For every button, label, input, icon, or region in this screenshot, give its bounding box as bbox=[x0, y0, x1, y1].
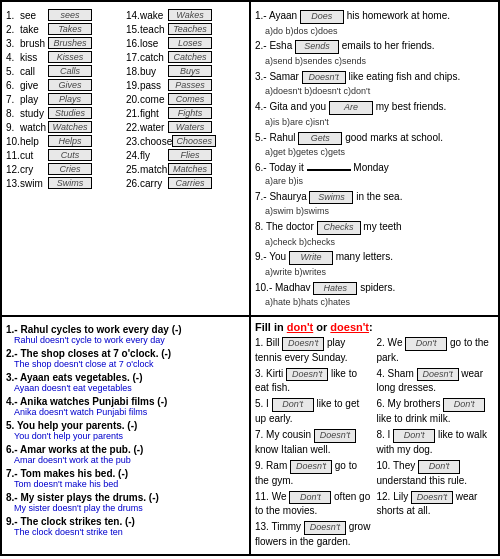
verb-item: 14. wake Wakes bbox=[126, 9, 245, 21]
verb-item: 19. pass Passes bbox=[126, 79, 245, 91]
correct-box: Are bbox=[329, 101, 373, 115]
verb-item: 18. buy Buys bbox=[126, 65, 245, 77]
section-c: 1.- Ayaan Does his homework at home. a)d… bbox=[250, 1, 499, 316]
fill-num: 8. I bbox=[377, 429, 394, 440]
verb-item: 23. choose Chooses bbox=[126, 135, 245, 147]
neg-answer: Amar doesn't work at the pub bbox=[6, 455, 245, 465]
neg-item: 2.- The shop closes at 7 o'clock. (-) Th… bbox=[6, 348, 245, 369]
verb-num: 7. bbox=[6, 94, 20, 105]
verb-answer: Studies bbox=[48, 107, 92, 119]
neg-answer: You don't help your parents bbox=[6, 431, 245, 441]
fill-item: 10. They Don't understand this rule. bbox=[377, 459, 495, 487]
verb-answer: Brushes bbox=[48, 37, 92, 49]
verb-num: 17. bbox=[126, 52, 140, 63]
correct-item: 4.- Gita and you Are my best friends. a)… bbox=[255, 100, 494, 128]
verb-list: 1. see sees14. wake Wakes2. take Takes15… bbox=[6, 9, 245, 190]
verb-answer: Cries bbox=[48, 163, 92, 175]
verb-word: come bbox=[140, 94, 168, 105]
fill-item: 7. My cousin Doesn't know Italian well. bbox=[255, 428, 373, 456]
neg-prompt: 1.- Rahul cycles to work every day (-) bbox=[6, 324, 182, 335]
verb-item: 21. fight Fights bbox=[126, 107, 245, 119]
neg-prompt: 2.- The shop closes at 7 o'clock. (-) bbox=[6, 348, 171, 359]
verb-word: pass bbox=[140, 80, 168, 91]
neg-item: 7.- Tom makes his bed. (-) Tom doesn't m… bbox=[6, 468, 245, 489]
fill-list: 1. Bill Doesn't play tennis every Sunday… bbox=[255, 336, 494, 550]
verb-answer: Flies bbox=[168, 149, 212, 161]
fill-item: 5. I Don't like to get up early. bbox=[255, 397, 373, 425]
correct-box bbox=[307, 169, 351, 171]
verb-answer: Kisses bbox=[48, 51, 92, 63]
verb-num: 14. bbox=[126, 10, 140, 21]
neg-list: 1.- Rahul cycles to work every day (-) R… bbox=[6, 324, 245, 537]
verb-num: 22. bbox=[126, 122, 140, 133]
fill-box: Don't bbox=[443, 398, 485, 412]
fill-num: 12. Lily bbox=[377, 491, 411, 502]
verb-answer: Passes bbox=[168, 79, 212, 91]
correct-item: 5.- Rahul Gets good marks at school. a)g… bbox=[255, 131, 494, 159]
verb-word: teach bbox=[140, 24, 168, 35]
verb-word: study bbox=[20, 108, 48, 119]
verb-answer: Swims bbox=[48, 177, 92, 189]
correct-num: 1.- Ayaan bbox=[255, 10, 300, 21]
correct-box: Sends bbox=[295, 40, 339, 54]
verb-num: 4. bbox=[6, 52, 20, 63]
verb-num: 15. bbox=[126, 24, 140, 35]
verb-num: 9. bbox=[6, 122, 20, 133]
correct-item: 2.- Esha Sends emails to her friends. a)… bbox=[255, 39, 494, 67]
correct-num: 7.- Shaurya bbox=[255, 191, 309, 202]
verb-num: 1. bbox=[6, 10, 20, 21]
fill-item: 3. Kirti Doesn't like to eat fish. bbox=[255, 367, 373, 395]
verb-item: 22. water Waters bbox=[126, 121, 245, 133]
fill-box: Doesn't bbox=[286, 368, 328, 382]
verb-answer: Loses bbox=[168, 37, 212, 49]
fill-item: 12. Lily Doesn't wear shorts at all. bbox=[377, 490, 495, 518]
verb-answer: Wakes bbox=[168, 9, 212, 21]
verb-word: carry bbox=[140, 178, 168, 189]
verb-item: 13. swim Swims bbox=[6, 177, 125, 189]
neg-answer: The shop doesn't close at 7 o'clock bbox=[6, 359, 245, 369]
verb-item: 3. brush Brushes bbox=[6, 37, 125, 49]
verb-num: 5. bbox=[6, 66, 20, 77]
neg-answer: Rahul doesn't cycle to work every day bbox=[6, 335, 245, 345]
verb-num: 26. bbox=[126, 178, 140, 189]
verb-answer: Fights bbox=[168, 107, 212, 119]
neg-item: 4.- Anika watches Punjabi films (-) Anik… bbox=[6, 396, 245, 417]
verb-word: cry bbox=[20, 164, 48, 175]
correct-rest: emails to her friends. bbox=[342, 40, 435, 51]
verb-item: 11. cut Cuts bbox=[6, 149, 125, 161]
verb-item: 2. take Takes bbox=[6, 23, 125, 35]
verb-answer: Matches bbox=[168, 163, 212, 175]
correct-options: a)is b)are c)isn't bbox=[255, 117, 329, 127]
correct-rest: my teeth bbox=[363, 221, 401, 232]
correct-options: a)write b)writes bbox=[255, 267, 326, 277]
verb-answer: sees bbox=[48, 9, 92, 21]
verb-answer: Plays bbox=[48, 93, 92, 105]
correct-item: 8. The doctor Checks my teeth a)check b)… bbox=[255, 220, 494, 248]
fill-item: 11. We Don't often go to the movies. bbox=[255, 490, 373, 518]
verb-num: 2. bbox=[6, 24, 20, 35]
neg-prompt: 9.- The clock strikes ten. (-) bbox=[6, 516, 135, 527]
correct-item: 3.- Samar Doesn't like eating fish and c… bbox=[255, 70, 494, 98]
fill-box: Don't bbox=[405, 337, 447, 351]
verb-item: 24. fly Flies bbox=[126, 149, 245, 161]
fill-box: Don't bbox=[272, 398, 314, 412]
verb-word: help bbox=[20, 136, 48, 147]
verb-item: 15. teach Teaches bbox=[126, 23, 245, 35]
correct-num: 4.- Gita and you bbox=[255, 101, 329, 112]
fill-item: 13. Timmy Doesn't grow flowers in the ga… bbox=[255, 520, 373, 548]
correct-options: a)do b)dos c)does bbox=[255, 26, 338, 36]
fill-item: 1. Bill Doesn't play tennis every Sunday… bbox=[255, 336, 373, 364]
fill-box: Doesn't bbox=[282, 337, 324, 351]
fill-grid: 1. Bill Doesn't play tennis every Sunday… bbox=[255, 336, 494, 550]
verb-num: 16. bbox=[126, 38, 140, 49]
fill-box: Doesn't bbox=[314, 429, 356, 443]
fill-item: 2. We Don't go to the park. bbox=[377, 336, 495, 364]
fill-item: 9. Ram Doesn't go to the gym. bbox=[255, 459, 373, 487]
neg-prompt: 3.- Ayaan eats vegetables. (-) bbox=[6, 372, 143, 383]
correct-box: Doesn't bbox=[302, 71, 346, 85]
verb-num: 25. bbox=[126, 164, 140, 175]
verb-item: 10. help Helps bbox=[6, 135, 125, 147]
correct-num: 2.- Esha bbox=[255, 40, 295, 51]
correct-rest: my best friends. bbox=[376, 101, 447, 112]
verb-item: 6. give Gives bbox=[6, 79, 125, 91]
